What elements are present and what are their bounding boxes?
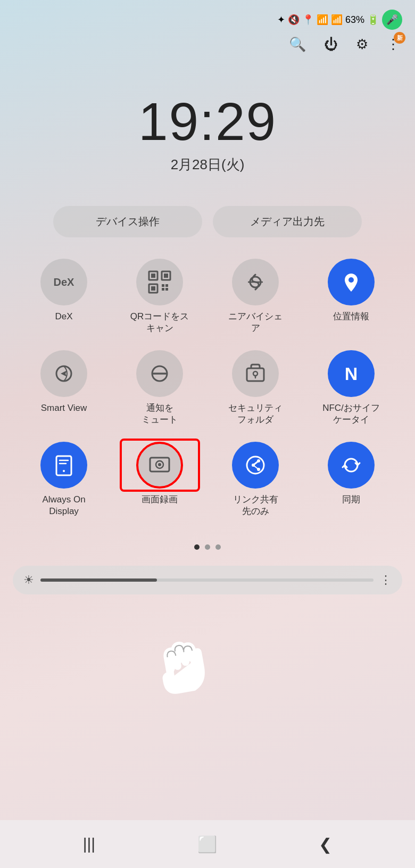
tile-location[interactable]: 位置情報 (310, 259, 393, 334)
brightness-more-icon[interactable]: ⋮ (380, 573, 392, 587)
mute-label: 通知をミュート (142, 402, 178, 426)
svg-point-28 (252, 464, 255, 467)
tiles-container: DeX DeX QRコードをスキャン (0, 248, 415, 539)
svg-point-22 (63, 470, 65, 472)
more-button[interactable]: ⋮ 新 (386, 36, 400, 53)
back-button[interactable]: ❮ (319, 835, 332, 854)
tile-qr-scan[interactable]: QRコードをスキャン (119, 259, 201, 334)
svg-point-26 (247, 457, 264, 474)
svg-rect-16 (247, 368, 264, 381)
tile-sync[interactable]: 同期 (310, 442, 393, 517)
location-tile-icon (328, 259, 375, 305)
location-label: 位置情報 (333, 311, 369, 323)
link-share-label: リンク共有先のみ (233, 494, 278, 517)
svg-rect-5 (151, 286, 155, 291)
nearby-share-label: ニアバイシェア (228, 311, 283, 334)
quick-panel-toolbar: 🔍 ⏻ ⚙ ⋮ 新 (0, 34, 415, 59)
page-dot-3 (215, 544, 221, 550)
settings-button[interactable]: ⚙ (356, 36, 368, 53)
status-bar: ✦ 🔇 📍 📶 📶 63% 🔋 🎤 (0, 0, 415, 34)
svg-rect-6 (162, 284, 164, 287)
mic-icon: 🎤 (386, 14, 398, 26)
nfc-label: NFC/おサイフケータイ (322, 402, 380, 426)
signal-icon: 📶 (331, 14, 343, 26)
tile-security-folder[interactable]: セキュリティフォルダ (214, 350, 297, 426)
brightness-slider[interactable] (40, 578, 374, 582)
tile-mute[interactable]: 通知をミュート (119, 350, 201, 426)
always-on-display-icon (40, 442, 87, 489)
security-folder-icon (232, 350, 279, 397)
svg-rect-4 (164, 274, 168, 278)
tiles-row-1: DeX DeX QRコードをスキャン (16, 259, 399, 334)
svg-point-12 (348, 277, 354, 283)
media-output-label: メディア出力先 (250, 216, 325, 227)
svg-point-27 (257, 459, 260, 462)
tile-dex[interactable]: DeX DeX (23, 259, 105, 334)
tile-nfc[interactable]: N NFC/おサイフケータイ (310, 350, 393, 426)
always-on-display-label: Always OnDisplay (42, 494, 85, 517)
new-badge: 新 (394, 32, 405, 44)
qr-label: QRコードをスキャン (130, 311, 189, 334)
svg-point-25 (158, 463, 161, 466)
tiles-row-3: Always OnDisplay 画面録画 (16, 442, 399, 517)
brightness-bar[interactable]: ☀ ⋮ (13, 566, 402, 594)
action-buttons-row: デバイス操作 メディア出力先 (0, 195, 415, 248)
navigation-bar: ||| ⬜ ❮ (0, 820, 415, 868)
screen-record-icon (136, 442, 183, 489)
mute-icon: 🔇 (288, 14, 300, 26)
battery-text: 63% (345, 14, 364, 26)
svg-rect-7 (165, 284, 168, 287)
smart-view-icon (40, 350, 87, 397)
clock-time: 19:29 (0, 91, 415, 152)
power-button[interactable]: ⏻ (324, 36, 338, 53)
mic-button[interactable]: 🎤 (382, 10, 402, 30)
brightness-icon: ☀ (23, 573, 34, 587)
sync-icon (328, 442, 375, 489)
mute-tile-icon (136, 350, 183, 397)
tile-link-share[interactable]: リンク共有先のみ (214, 442, 297, 517)
search-button[interactable]: 🔍 (289, 36, 306, 53)
security-folder-label: セキュリティフォルダ (228, 402, 283, 426)
svg-rect-8 (162, 288, 164, 291)
dex-icon: DeX (40, 259, 87, 305)
page-dots (0, 539, 415, 560)
screen-record-label: 画面録画 (142, 494, 178, 506)
tile-always-on-display[interactable]: Always OnDisplay (23, 442, 105, 517)
brightness-fill (40, 578, 157, 582)
svg-rect-3 (151, 274, 155, 278)
status-icons: ✦ 🔇 📍 📶 📶 63% 🔋 (277, 14, 379, 26)
clock-section: 19:29 2月28日(火) (0, 59, 415, 195)
tile-screen-record[interactable]: 画面録画 (119, 442, 201, 517)
svg-rect-19 (56, 456, 71, 475)
bluetooth-icon: ✦ (277, 14, 285, 26)
tile-nearby-share[interactable]: ニアバイシェア (214, 259, 297, 334)
dex-label: DeX (55, 311, 72, 323)
qr-icon (136, 259, 183, 305)
device-control-label: デバイス操作 (96, 216, 160, 227)
tiles-row-2: Smart View 通知をミュート セキュリティフォル (16, 350, 399, 426)
page-dot-1 (194, 544, 200, 550)
svg-point-29 (257, 468, 260, 471)
link-share-icon (232, 442, 279, 489)
page-dot-2 (205, 544, 210, 550)
battery-icon: 🔋 (367, 14, 379, 26)
tile-smart-view[interactable]: Smart View (23, 350, 105, 426)
recents-button[interactable]: ||| (83, 835, 95, 853)
nearby-share-icon (232, 259, 279, 305)
cursor-hand (148, 629, 219, 716)
svg-rect-9 (165, 288, 168, 291)
wifi-icon: 📶 (317, 14, 328, 26)
sync-label: 同期 (342, 494, 360, 506)
smart-view-label: Smart View (41, 402, 87, 414)
home-button[interactable]: ⬜ (197, 835, 217, 854)
location-icon: 📍 (302, 14, 314, 26)
nfc-icon: N (328, 350, 375, 397)
clock-date: 2月28日(火) (0, 155, 415, 174)
device-control-button[interactable]: デバイス操作 (53, 206, 202, 237)
media-output-button[interactable]: メディア出力先 (213, 206, 362, 237)
